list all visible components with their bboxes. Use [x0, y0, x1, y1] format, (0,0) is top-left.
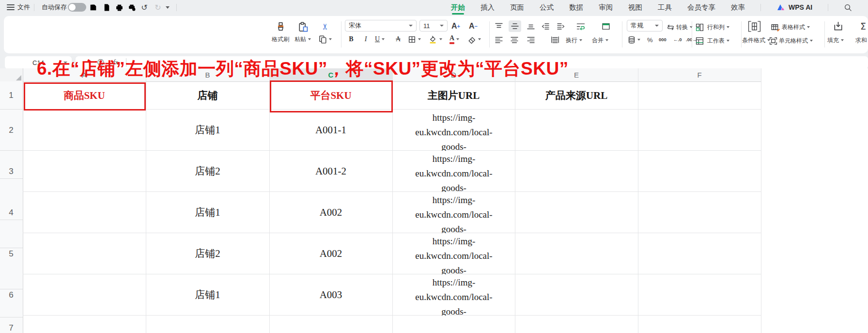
- cell-b6[interactable]: 店铺1: [146, 274, 269, 316]
- cell-c6[interactable]: A003: [269, 274, 392, 316]
- cell-b1-shop-header[interactable]: 店铺: [146, 81, 269, 110]
- rows-columns-button[interactable]: 行和列: [707, 23, 729, 32]
- font-name-value: 宋体: [349, 21, 361, 30]
- format-painter-icon[interactable]: [276, 22, 286, 32]
- align-top-button[interactable]: [493, 20, 505, 32]
- cut-icon[interactable]: ✂: [320, 23, 330, 30]
- wps-ai-logo-icon: [776, 3, 786, 11]
- quick-access-chevron-icon[interactable]: [166, 6, 170, 9]
- wrap-text-icon[interactable]: [574, 20, 587, 32]
- paste-icon[interactable]: [298, 22, 308, 32]
- font-color-button[interactable]: A: [450, 33, 459, 45]
- row-header-3[interactable]: 3: [0, 151, 22, 192]
- save-icon[interactable]: [87, 1, 99, 13]
- row-header-5[interactable]: 5: [0, 233, 22, 274]
- tab-page[interactable]: 页面: [510, 0, 524, 15]
- underline-button[interactable]: U: [375, 33, 385, 45]
- decrease-indent-button[interactable]: [540, 20, 551, 32]
- cell-d3[interactable]: https://img- eu.kwcdn.com/local- goods-: [393, 151, 515, 192]
- print-preview-icon[interactable]: [126, 1, 138, 13]
- wrap-text-button[interactable]: 换行: [566, 36, 582, 45]
- autosave-toggle[interactable]: [68, 3, 86, 12]
- conditional-format-button[interactable]: 条件格式: [742, 36, 770, 45]
- strikethrough-button[interactable]: A: [393, 33, 403, 45]
- align-left-button[interactable]: [493, 34, 505, 46]
- cell-d4[interactable]: https://img- eu.kwcdn.com/local- goods-: [393, 192, 515, 233]
- cell-b5[interactable]: 店铺2: [146, 233, 269, 274]
- tab-membership[interactable]: 会员专享: [687, 0, 715, 15]
- cell-c5[interactable]: A002: [269, 233, 392, 274]
- export-pdf-icon[interactable]: [101, 1, 112, 13]
- tab-view[interactable]: 视图: [628, 0, 642, 15]
- font-size-select[interactable]: 11: [419, 20, 448, 32]
- search-icon[interactable]: [844, 3, 852, 12]
- cell-style-button[interactable]: 单元格样式: [779, 37, 813, 45]
- eraser-button[interactable]: [468, 33, 481, 45]
- cell-d6[interactable]: https://img- eu.kwcdn.com/local- goods-: [393, 274, 515, 316]
- cell-b4[interactable]: 店铺1: [146, 192, 269, 233]
- increase-decimal-button[interactable]: ←.0: [673, 34, 682, 46]
- tab-tools[interactable]: 工具: [658, 0, 672, 15]
- sum-button[interactable]: 求和: [855, 36, 867, 45]
- row-header-6[interactable]: 6: [0, 274, 22, 316]
- align-bottom-button[interactable]: [525, 20, 537, 32]
- tab-formula[interactable]: 公式: [540, 0, 554, 15]
- convert-button[interactable]: 转换: [676, 23, 693, 32]
- url-line: goods-: [393, 140, 515, 151]
- copy-icon[interactable]: [318, 35, 332, 44]
- convert-icon[interactable]: [666, 21, 675, 33]
- url-line: goods-: [393, 304, 515, 316]
- bold-button[interactable]: B: [346, 33, 356, 45]
- tab-insert[interactable]: 插入: [480, 0, 495, 15]
- distributed-align-button[interactable]: [549, 34, 561, 46]
- cell-d1-image-url-header[interactable]: 主图片URL: [392, 81, 515, 110]
- increase-font-size-button[interactable]: A+: [451, 20, 460, 32]
- currency-format-button[interactable]: [628, 34, 640, 46]
- cell-c4[interactable]: A002: [269, 192, 392, 233]
- thousands-separator-button[interactable]: 000: [659, 34, 666, 46]
- tab-home[interactable]: 开始: [451, 0, 465, 15]
- align-middle-button[interactable]: [509, 20, 521, 32]
- tab-review[interactable]: 审阅: [599, 0, 613, 15]
- fill-button[interactable]: 填充: [827, 36, 844, 45]
- merge-cells-icon[interactable]: [600, 20, 612, 32]
- italic-button[interactable]: I: [361, 33, 370, 45]
- menubar-divider: [828, 4, 828, 11]
- cell-c3[interactable]: A001-2: [269, 151, 392, 192]
- annotation-text: 6.在“店铺”左侧添加一列“商品SKU”，将“SKU”更改为“平台SKU”: [37, 57, 569, 81]
- cell-e1-source-url-header[interactable]: 产品来源URL: [515, 81, 638, 110]
- cell-c2[interactable]: A001-1: [269, 110, 392, 151]
- paste-button[interactable]: 粘贴: [294, 35, 311, 44]
- align-center-button[interactable]: [509, 34, 520, 46]
- format-painter-button[interactable]: 格式刷: [272, 35, 289, 44]
- table-style-button[interactable]: 表格样式: [782, 23, 810, 32]
- borders-button[interactable]: [408, 33, 421, 45]
- percent-format-button[interactable]: %: [647, 34, 653, 46]
- undo-icon[interactable]: ↺: [139, 1, 150, 13]
- wps-ai-button[interactable]: WPS AI: [776, 3, 812, 11]
- tab-data[interactable]: 数据: [569, 0, 583, 15]
- merge-cells-button[interactable]: 合并: [592, 36, 608, 45]
- increase-indent-button[interactable]: [555, 20, 567, 32]
- row-header-2[interactable]: 2: [0, 110, 22, 151]
- row-header-7[interactable]: 7: [0, 316, 22, 333]
- align-right-button[interactable]: [525, 34, 537, 46]
- decrease-font-size-button[interactable]: A−: [469, 20, 478, 32]
- main-menu-icon[interactable]: [7, 4, 15, 10]
- row-header-4[interactable]: 4: [0, 192, 22, 233]
- print-icon[interactable]: [113, 1, 125, 13]
- file-menu[interactable]: 文件: [17, 0, 30, 15]
- url-line: eu.kwcdn.com/local-: [393, 290, 515, 304]
- number-format-select[interactable]: 常规: [627, 20, 663, 32]
- cell-b2[interactable]: 店铺1: [146, 110, 269, 151]
- column-header-f[interactable]: F: [638, 68, 761, 81]
- font-name-select[interactable]: 宋体: [345, 20, 417, 32]
- row-header-1[interactable]: 1: [0, 81, 22, 110]
- cell-d5[interactable]: https://img- eu.kwcdn.com/local- goods-: [393, 233, 515, 274]
- fill-color-button[interactable]: [428, 33, 442, 45]
- tab-efficiency[interactable]: 效率: [731, 0, 745, 15]
- worksheet-button[interactable]: 工作表: [707, 37, 729, 45]
- cell-b3[interactable]: 店铺2: [146, 151, 269, 192]
- url-line: eu.kwcdn.com/local-: [393, 166, 515, 181]
- cell-d2[interactable]: https://img- eu.kwcdn.com/local- goods-: [393, 110, 515, 151]
